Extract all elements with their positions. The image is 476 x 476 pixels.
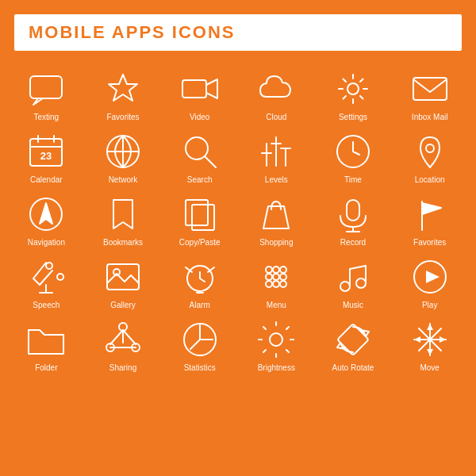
video-icon	[179, 68, 221, 109]
icon-item-calendar[interactable]: 23Calendar	[8, 125, 85, 187]
icon-item-location[interactable]: Location	[391, 125, 468, 187]
icon-item-levels[interactable]: Levels	[238, 125, 315, 187]
svg-marker-60	[426, 271, 440, 283]
icon-item-sharing[interactable]: Sharing	[85, 313, 162, 375]
settings-icon	[332, 68, 374, 109]
icon-item-navigation[interactable]: Navigation	[8, 187, 85, 250]
favorites-star-icon	[102, 68, 144, 109]
svg-point-35	[46, 263, 52, 269]
gallery-label: Gallery	[110, 301, 136, 309]
record-label: Record	[340, 238, 366, 247]
page-title: MOBILE APPS ICONS	[29, 22, 447, 43]
shopping-icon	[255, 194, 297, 235]
music-label: Music	[343, 301, 363, 309]
icon-item-auto-rotate[interactable]: Auto Rotate	[315, 313, 392, 375]
svg-line-74	[263, 327, 266, 329]
svg-line-64	[110, 330, 123, 344]
svg-line-65	[123, 330, 136, 344]
network-icon	[102, 131, 144, 172]
icon-item-menu[interactable]: Menu	[238, 250, 315, 313]
favorites-star-label: Favorites	[106, 113, 139, 121]
icon-item-bookmarks[interactable]: Bookmarks	[85, 187, 162, 250]
copy-paste-label: Copy/Paste	[179, 238, 221, 247]
statistics-label: Statistics	[184, 363, 216, 372]
icon-item-play[interactable]: Play	[391, 250, 468, 313]
levels-icon	[255, 131, 297, 172]
svg-point-50	[280, 274, 286, 280]
icon-item-settings[interactable]: Settings	[315, 62, 392, 125]
icon-item-folder[interactable]: Folder	[8, 313, 85, 375]
brightness-icon	[255, 319, 297, 360]
time-icon	[332, 131, 374, 172]
icon-item-statistics[interactable]: Statistics	[161, 313, 238, 375]
time-label: Time	[344, 175, 362, 184]
auto-rotate-icon	[332, 319, 374, 360]
icon-item-video[interactable]: Video	[161, 62, 238, 125]
svg-marker-84	[427, 349, 433, 355]
svg-marker-85	[414, 336, 420, 343]
inbox-mail-label: Inbox Mail	[412, 113, 448, 121]
favorites-flag-icon	[409, 194, 451, 235]
svg-point-49	[273, 274, 279, 280]
icon-item-record[interactable]: Record	[315, 187, 392, 250]
icon-item-favorites-flag[interactable]: Favorites	[391, 187, 468, 250]
svg-point-69	[270, 333, 282, 346]
cloud-label: Cloud	[266, 113, 286, 121]
levels-label: Levels	[265, 175, 288, 184]
icon-item-inbox-mail[interactable]: Inbox Mail	[391, 62, 468, 125]
svg-point-36	[57, 274, 63, 280]
svg-rect-27	[186, 200, 208, 225]
icon-item-shopping[interactable]: Shopping	[238, 187, 315, 250]
svg-point-48	[266, 274, 272, 280]
bookmarks-label: Bookmarks	[103, 238, 143, 247]
svg-marker-24	[40, 203, 52, 224]
icon-item-favorites-star[interactable]: Favorites	[85, 62, 162, 125]
svg-point-51	[266, 281, 272, 287]
svg-marker-1	[109, 75, 137, 101]
icon-item-cloud[interactable]: Cloud	[238, 62, 315, 125]
svg-line-75	[286, 350, 289, 352]
menu-icon	[255, 256, 297, 298]
svg-rect-2	[182, 80, 206, 98]
svg-rect-26	[192, 205, 214, 230]
play-label: Play	[422, 301, 437, 309]
speech-icon	[25, 256, 67, 298]
svg-line-32	[33, 263, 46, 278]
svg-point-46	[273, 267, 279, 273]
icon-item-music[interactable]: Music	[315, 250, 392, 313]
svg-point-3	[347, 83, 359, 94]
cloud-icon	[255, 68, 297, 109]
svg-point-53	[280, 281, 286, 287]
icon-item-search[interactable]: Search	[161, 125, 238, 187]
alarm-icon	[179, 256, 221, 298]
icon-item-gallery[interactable]: Gallery	[85, 250, 162, 313]
settings-label: Settings	[339, 113, 367, 121]
menu-label: Menu	[267, 301, 286, 309]
svg-marker-86	[440, 336, 446, 343]
move-icon	[409, 319, 451, 360]
texting-icon	[25, 68, 67, 109]
search-label: Search	[187, 175, 213, 184]
title-bar: MOBILE APPS ICONS	[14, 14, 462, 51]
icon-item-network[interactable]: Network	[85, 125, 162, 187]
svg-line-14	[205, 156, 216, 167]
svg-rect-78	[337, 324, 369, 355]
icon-item-speech[interactable]: Speech	[8, 250, 85, 313]
icon-item-texting[interactable]: Texting	[8, 62, 85, 125]
svg-point-22	[426, 144, 434, 152]
svg-rect-0	[30, 76, 62, 98]
inbox-mail-icon	[409, 68, 451, 109]
calendar-icon: 23	[25, 131, 67, 172]
svg-line-77	[263, 350, 266, 352]
svg-rect-39	[107, 264, 139, 290]
icon-item-copy-paste[interactable]: Copy/Paste	[161, 187, 238, 250]
copy-paste-icon	[179, 194, 221, 235]
brightness-label: Brightness	[258, 363, 295, 372]
icon-item-alarm[interactable]: Alarm	[161, 250, 238, 313]
icon-item-time[interactable]: Time	[315, 125, 392, 187]
auto-rotate-label: Auto Rotate	[332, 363, 374, 372]
icon-item-brightness[interactable]: Brightness	[238, 313, 315, 375]
svg-line-34	[40, 271, 52, 285]
icon-item-move[interactable]: Move	[391, 313, 468, 375]
svg-point-45	[266, 267, 272, 273]
